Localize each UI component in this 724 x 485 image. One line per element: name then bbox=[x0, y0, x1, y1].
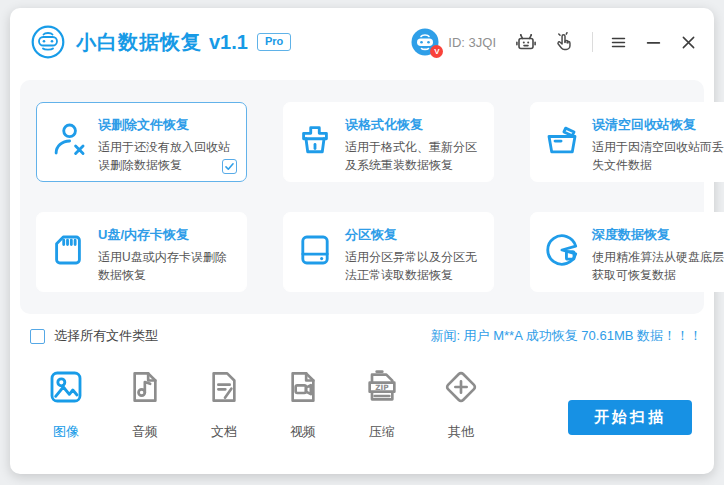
close-icon[interactable] bbox=[679, 33, 698, 52]
user-avatar[interactable]: V bbox=[411, 28, 439, 56]
card-desc: 适用于格式化、重新分区及系统重装数据恢复 bbox=[345, 138, 483, 174]
app-version: v1.1 bbox=[209, 31, 248, 54]
format-icon bbox=[296, 121, 334, 159]
filetype-image[interactable]: 图像 bbox=[40, 367, 92, 441]
touch-hand-icon[interactable] bbox=[554, 31, 576, 53]
card-desc: 适用U盘或内存卡误删除数据恢复 bbox=[98, 248, 236, 284]
video-icon bbox=[283, 367, 323, 407]
filetype-archive[interactable]: ZIP 压缩 bbox=[356, 367, 408, 441]
pro-badge: Pro bbox=[257, 33, 291, 51]
audio-icon bbox=[125, 367, 165, 407]
user-id: ID: 3JQI bbox=[448, 35, 496, 50]
hard-drive-icon bbox=[296, 231, 334, 269]
deep-scan-icon bbox=[543, 231, 581, 269]
card-title: 分区恢复 bbox=[345, 226, 483, 244]
recovery-modes-panel: 误删除文件恢复 适用于还没有放入回收站误删除数据恢复 误格式化恢复 适用于格式化… bbox=[20, 80, 704, 314]
document-icon bbox=[204, 367, 244, 407]
sd-card-icon bbox=[49, 231, 87, 269]
filetype-audio[interactable]: 音频 bbox=[119, 367, 171, 441]
filetype-label: 音频 bbox=[132, 423, 158, 441]
header-actions: V ID: 3JQI bbox=[411, 28, 698, 56]
start-scan-button[interactable]: 开始扫描 bbox=[568, 400, 692, 435]
card-desc: 适用于因清空回收站而丢失文件数据 bbox=[592, 138, 724, 174]
card-title: 深度数据恢复 bbox=[592, 226, 724, 244]
news-ticker: 新闻: 用户 M**A 成功恢复 70.61MB 数据！！！ bbox=[430, 327, 702, 345]
card-checked-checkbox[interactable] bbox=[222, 159, 237, 174]
filetype-other[interactable]: 其他 bbox=[435, 367, 487, 441]
filetype-video[interactable]: 视频 bbox=[277, 367, 329, 441]
app-window: 小白数据恢复 v1.1 Pro V ID: 3JQI bbox=[10, 8, 714, 474]
card-title: 误清空回收站恢复 bbox=[592, 116, 724, 134]
app-title: 小白数据恢复 bbox=[76, 29, 202, 56]
card-desc: 适用于还没有放入回收站误删除数据恢复 bbox=[98, 138, 236, 174]
menu-icon[interactable] bbox=[609, 33, 628, 52]
card-desc: 使用精准算法从硬盘底层获取可恢复数据 bbox=[592, 248, 724, 284]
filetype-label: 图像 bbox=[53, 423, 79, 441]
card-partition-recovery[interactable]: 分区恢复 适用分区异常以及分区无法正常读取数据恢复 bbox=[283, 212, 494, 292]
card-desc: 适用分区异常以及分区无法正常读取数据恢复 bbox=[345, 248, 483, 284]
filter-row: 选择所有文件类型 新闻: 用户 M**A 成功恢复 70.61MB 数据！！！ bbox=[30, 327, 702, 345]
divider bbox=[592, 32, 593, 52]
filetype-label: 文档 bbox=[211, 423, 237, 441]
recycle-bin-icon bbox=[543, 121, 581, 159]
image-icon bbox=[46, 367, 86, 407]
card-title: U盘/内存卡恢复 bbox=[98, 226, 236, 244]
filetype-document[interactable]: 文档 bbox=[198, 367, 250, 441]
card-title: 误格式化恢复 bbox=[345, 116, 483, 134]
card-unformat-recovery[interactable]: 误格式化恢复 适用于格式化、重新分区及系统重装数据恢复 bbox=[283, 102, 494, 182]
card-deep-scan-recovery[interactable]: 深度数据恢复 使用精准算法从硬盘底层获取可恢复数据 bbox=[530, 212, 724, 292]
svg-text:ZIP: ZIP bbox=[375, 383, 389, 392]
vip-badge: V bbox=[430, 45, 443, 58]
robot-assistant-icon[interactable] bbox=[514, 30, 538, 54]
card-usb-sdcard-recovery[interactable]: U盘/内存卡恢复 适用U盘或内存卡误删除数据恢复 bbox=[36, 212, 247, 292]
title-bar: 小白数据恢复 v1.1 Pro V ID: 3JQI bbox=[10, 8, 714, 70]
minimize-icon[interactable] bbox=[644, 33, 663, 52]
filetype-label: 压缩 bbox=[369, 423, 395, 441]
select-all-checkbox[interactable] bbox=[30, 329, 45, 344]
card-title: 误删除文件恢复 bbox=[98, 116, 236, 134]
other-icon bbox=[441, 367, 481, 407]
zip-icon: ZIP bbox=[362, 367, 402, 407]
select-all-label: 选择所有文件类型 bbox=[54, 327, 158, 345]
filetype-label: 其他 bbox=[448, 423, 474, 441]
card-recycle-bin-recovery[interactable]: 误清空回收站恢复 适用于因清空回收站而丢失文件数据 bbox=[530, 102, 724, 182]
filetype-label: 视频 bbox=[290, 423, 316, 441]
user-delete-icon bbox=[49, 121, 87, 159]
app-logo-icon bbox=[30, 24, 66, 60]
card-undelete-recovery[interactable]: 误删除文件恢复 适用于还没有放入回收站误删除数据恢复 bbox=[36, 102, 247, 182]
